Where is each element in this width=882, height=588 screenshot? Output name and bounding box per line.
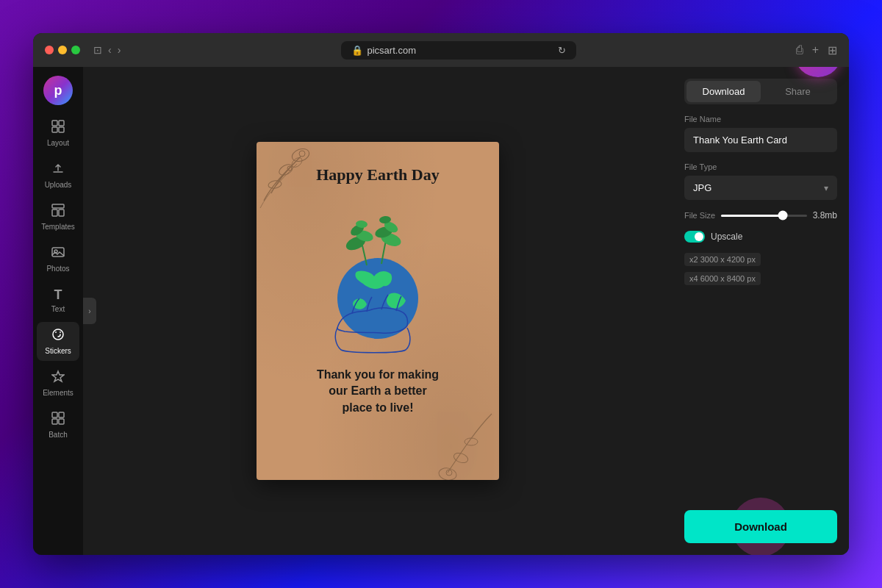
url-text: picsart.com — [368, 45, 416, 56]
chevron-down-icon: ▾ — [824, 183, 828, 193]
svg-rect-2 — [52, 127, 57, 132]
svg-rect-1 — [59, 121, 64, 126]
file-type-value: JPG — [693, 182, 711, 193]
file-size-slider[interactable] — [721, 215, 806, 217]
sidebar-item-templates[interactable]: Templates — [37, 198, 79, 237]
browser-right-controls: ⎙ + ⊞ — [796, 43, 837, 57]
file-type-group: File Type JPG ▾ — [684, 162, 837, 200]
svg-rect-4 — [52, 204, 64, 208]
upscale-label: Upscale — [711, 232, 742, 242]
upscale-x2-button[interactable]: x2 3000 x 4200 px — [684, 253, 761, 266]
photos-label: Photos — [46, 265, 69, 273]
svg-rect-6 — [59, 209, 64, 216]
reload-icon[interactable]: ↻ — [558, 45, 566, 56]
upscale-x4-button[interactable]: x4 6000 x 8400 px — [684, 272, 761, 285]
card-illustration — [275, 192, 481, 361]
browser-chrome: ⊡ ‹ › 🔒 picsart.com ↻ ⎙ + ⊞ — [33, 33, 849, 67]
upscale-x4-multiplier: x4 — [689, 274, 698, 283]
slider-fill — [721, 215, 783, 217]
close-button[interactable] — [45, 46, 54, 54]
right-panel: ⬆ Export Download Share File Name Thank … — [673, 67, 849, 555]
batch-label: Batch — [49, 431, 68, 439]
sidebar-toggle-icon[interactable]: ⊡ — [93, 44, 102, 56]
svg-rect-13 — [59, 419, 64, 424]
svg-rect-12 — [52, 419, 57, 424]
traffic-lights — [45, 46, 80, 54]
tab-row: Download Share — [684, 79, 837, 104]
tab-download[interactable]: Download — [686, 81, 761, 102]
uploads-label: Uploads — [45, 181, 72, 189]
address-bar-container: 🔒 picsart.com ↻ — [128, 41, 788, 60]
svg-point-21 — [453, 451, 470, 465]
browser-controls: ⊡ ‹ › — [93, 44, 121, 56]
sidebar-item-text[interactable]: T Text — [37, 282, 79, 319]
file-size-label: File Size — [684, 211, 715, 220]
elements-icon — [51, 370, 65, 387]
lock-icon: 🔒 — [351, 45, 363, 56]
file-type-select[interactable]: JPG ▾ — [684, 176, 837, 200]
tabs-icon[interactable]: ⊞ — [828, 43, 837, 57]
file-name-group: File Name Thank You Earth Card — [684, 115, 837, 152]
sidebar-item-photos[interactable]: Photos — [37, 240, 79, 279]
upscale-options: x2 3000 x 4200 px x4 6000 x 8400 px — [684, 253, 837, 285]
sidebar-item-stickers[interactable]: Stickers — [37, 322, 79, 361]
left-sidebar: p Layout Uploads Templates — [33, 67, 83, 555]
export-button[interactable]: ⬆ Export — [795, 67, 842, 77]
stickers-label: Stickers — [45, 347, 71, 355]
address-bar[interactable]: 🔒 picsart.com ↻ — [341, 41, 576, 60]
elements-label: Elements — [43, 389, 74, 397]
upscale-row: Upscale — [684, 231, 837, 243]
file-size-row: File Size 3.8mb — [684, 210, 837, 220]
svg-rect-3 — [59, 127, 64, 132]
tab-share[interactable]: Share — [761, 81, 835, 102]
download-button[interactable]: Download — [684, 510, 837, 543]
text-icon: T — [54, 287, 62, 303]
sidebar-item-batch[interactable]: Batch — [37, 406, 79, 445]
photos-icon — [51, 245, 65, 262]
svg-rect-7 — [52, 248, 64, 257]
forward-button[interactable]: › — [118, 44, 121, 56]
file-name-input[interactable]: Thank You Earth Card — [684, 128, 837, 152]
card-footer-text: Thank you for makingour Earth a betterpl… — [302, 367, 453, 416]
templates-label: Templates — [41, 223, 75, 231]
svg-rect-10 — [52, 412, 57, 417]
stickers-icon — [51, 328, 65, 345]
batch-icon — [51, 412, 65, 429]
text-label: Text — [51, 305, 65, 313]
svg-rect-5 — [52, 209, 57, 216]
file-name-label: File Name — [684, 115, 837, 123]
svg-marker-9 — [52, 371, 64, 381]
share-icon[interactable]: ⎙ — [796, 43, 803, 57]
svg-point-17 — [299, 151, 305, 157]
logo-letter: p — [54, 83, 62, 98]
download-button-container: Download — [684, 510, 837, 543]
layout-icon — [51, 120, 65, 137]
canvas-area: › — [83, 67, 673, 555]
svg-rect-11 — [59, 412, 64, 417]
slider-thumb — [778, 211, 788, 220]
upscale-x2-resolution: 3000 x 4200 px — [700, 255, 756, 264]
card-title: Happy Earth Day — [316, 165, 439, 184]
sidebar-item-elements[interactable]: Elements — [37, 364, 79, 403]
upscale-toggle[interactable] — [684, 231, 705, 243]
browser-window: ⊡ ‹ › 🔒 picsart.com ↻ ⎙ + ⊞ p — [33, 33, 849, 555]
upscale-x4-resolution: 6000 x 8400 px — [700, 274, 756, 283]
svg-point-20 — [438, 467, 457, 480]
maximize-button[interactable] — [71, 46, 80, 54]
layout-label: Layout — [47, 139, 69, 147]
svg-rect-0 — [52, 121, 57, 126]
new-tab-icon[interactable]: + — [812, 43, 819, 57]
templates-icon — [51, 204, 65, 220]
sidebar-item-layout[interactable]: Layout — [37, 114, 79, 153]
uploads-icon — [51, 162, 65, 179]
earth-day-card: Happy Earth Day — [257, 142, 499, 480]
picsart-logo[interactable]: p — [43, 76, 73, 105]
back-button[interactable]: ‹ — [108, 44, 112, 56]
browser-content: p Layout Uploads Templates — [33, 67, 849, 555]
expand-panel-button[interactable]: › — [83, 298, 96, 324]
minimize-button[interactable] — [58, 46, 67, 54]
file-type-label: File Type — [684, 162, 837, 171]
upscale-x2-multiplier: x2 — [689, 255, 698, 264]
file-size-value: 3.8mb — [813, 210, 837, 220]
sidebar-item-uploads[interactable]: Uploads — [37, 156, 79, 195]
